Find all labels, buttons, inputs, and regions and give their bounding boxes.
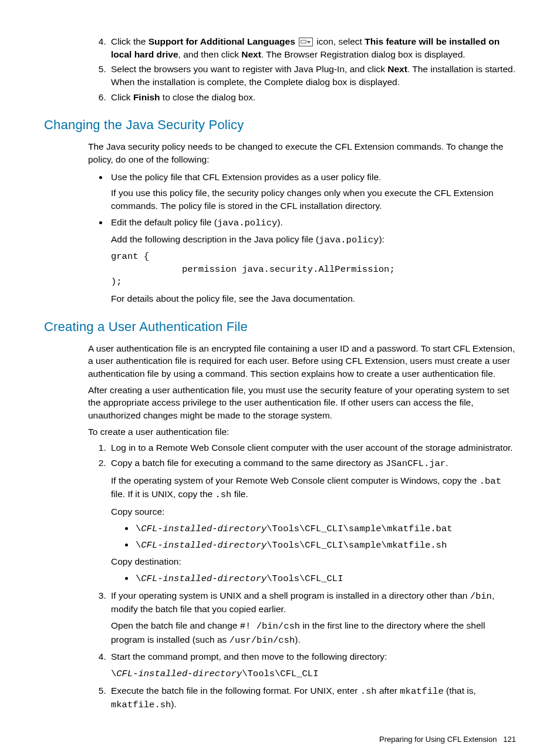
auth-step-4: Start the command prompt, and then move … [109, 650, 516, 680]
page-footer: Preparing for Using CFL Extension 121 [44, 734, 516, 745]
auth-step-1: Log in to a Remote Web Console client co… [109, 441, 516, 454]
heading-user-auth: Creating a User Authentication File [44, 318, 516, 336]
heading-java-security: Changing the Java Security Policy [44, 116, 516, 134]
auth-step-3: If your operating system is UNIX and a s… [109, 589, 516, 647]
install-step-6: Click Finish to close the dialog box. [109, 91, 516, 104]
install-step-4: Click the Support for Additional Languag… [109, 35, 516, 60]
copy-dest-item: \CFL-installed-directory\Tools\CFL_CLI [134, 572, 516, 586]
policy-option-1: Use the policy file that CFL Extension p… [109, 171, 516, 212]
copy-source-item: \CFL-installed-directory\Tools\CFL_CLI\s… [134, 538, 516, 552]
auth-para-3: To create a user authentication file: [88, 426, 516, 438]
copy-source-label: Copy source: [111, 505, 516, 518]
install-steps-list: Click the Support for Additional Languag… [44, 35, 516, 103]
java-security-intro: The Java security policy needs to be cha… [88, 140, 516, 166]
copy-source-list: \CFL-installed-directory\Tools\CFL_CLI\s… [111, 522, 516, 552]
copy-dest-label: Copy destination: [111, 555, 516, 568]
grant-code-block: grant { permission java.security.AllPerm… [111, 251, 516, 289]
language-icon [299, 38, 313, 46]
auth-para-1: A user authentication file is an encrypt… [88, 342, 516, 380]
copy-dest-list: \CFL-installed-directory\Tools\CFL_CLI [111, 572, 516, 586]
policy-option-2: Edit the default policy file (java.polic… [109, 216, 516, 305]
java-security-options: Use the policy file that CFL Extension p… [44, 171, 516, 305]
auth-steps-list: Log in to a Remote Web Console client co… [44, 441, 516, 712]
auth-step-5: Execute the batch file in the following … [109, 684, 516, 712]
auth-para-2: After creating a user authentication fil… [88, 384, 516, 422]
footer-section-title: Preparing for Using CFL Extension [379, 735, 497, 744]
install-step-5: Select the browsers you want to register… [109, 63, 516, 88]
footer-page-number: 121 [503, 735, 516, 744]
copy-source-item: \CFL-installed-directory\Tools\CFL_CLI\s… [134, 522, 516, 536]
auth-step-2: Copy a batch file for executing a comman… [109, 457, 516, 586]
